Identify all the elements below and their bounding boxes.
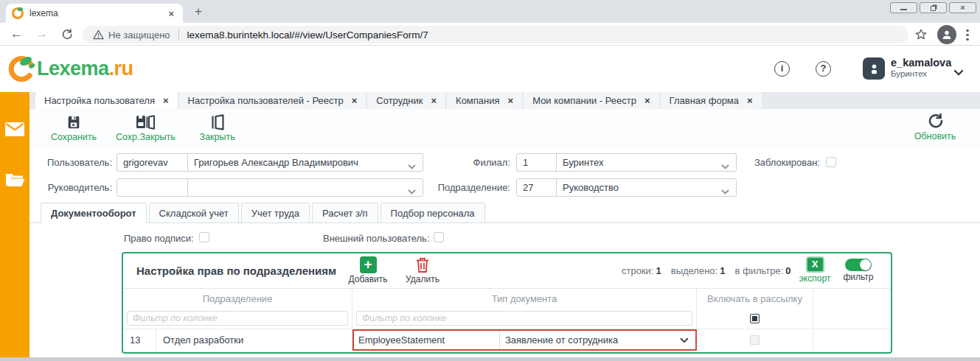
user-name-select[interactable]: Григорьев Александр Владимирович	[187, 153, 423, 172]
security-warning-label[interactable]: Не защищено	[108, 29, 170, 41]
section-tab-strip: Документооборот Складской учет Учет труд…	[29, 203, 980, 223]
blocked-checkbox[interactable]	[826, 157, 836, 167]
browser-menu-icon[interactable]	[966, 27, 969, 43]
tab-user-settings-registry[interactable]: Настройка пользователей - Реестр ×	[179, 92, 366, 109]
mail-icon[interactable]	[5, 122, 24, 139]
window-maximize-button[interactable]	[920, 2, 947, 13]
branch-name-select[interactable]: Буринтех	[556, 153, 737, 172]
user-info[interactable]: e_kamalova Буринтех	[891, 57, 951, 78]
save-button[interactable]: Сохранить	[48, 114, 100, 142]
tab-payroll[interactable]: Расчет з/п	[312, 203, 378, 222]
tab-label: Настройка пользователей - Реестр	[188, 95, 344, 106]
horizontal-scrollbar[interactable]	[0, 357, 980, 361]
table-row[interactable]: 13 Отдел разработки EmployeeStatement За…	[123, 329, 891, 351]
tab-warehouse[interactable]: Складской учет	[149, 203, 239, 222]
external-user-checkbox[interactable]	[434, 232, 444, 242]
sign-right-checkbox[interactable]	[199, 232, 209, 242]
omnibox-separator	[178, 29, 179, 40]
tab-labor[interactable]: Учет труда	[241, 203, 310, 222]
reload-icon[interactable]	[60, 28, 73, 45]
row-department-cell[interactable]: Отдел разработки	[156, 329, 352, 351]
person-icon	[868, 63, 880, 75]
browser-tab[interactable]: lexema ×	[6, 4, 183, 23]
refresh-button[interactable]: Обновить	[909, 112, 961, 141]
column-header-empty	[813, 289, 891, 308]
tab-company[interactable]: Компания ×	[447, 92, 522, 109]
grid-stats: строки:1 выделено:1 в фильтре:0	[622, 265, 791, 276]
url-field[interactable]: Не защищено lexema8.burintekh.local/#/vi…	[83, 26, 908, 43]
department-name-select[interactable]: Руководство	[556, 178, 737, 197]
back-icon[interactable]: ←	[10, 26, 23, 42]
branch-label: Филиал:	[431, 153, 510, 172]
browser-tab-bar: lexema × + ×	[0, 0, 980, 23]
department-code-input[interactable]	[516, 178, 557, 197]
close-button[interactable]: Закрыть	[192, 114, 243, 142]
user-avatar[interactable]	[863, 57, 885, 80]
export-excel-button[interactable]: X экспорт	[793, 256, 837, 284]
save-close-button[interactable]: Сохр.Закрыть	[116, 114, 176, 142]
chevron-down-icon[interactable]	[680, 334, 689, 346]
new-tab-button[interactable]: +	[189, 4, 208, 20]
tab-label: Настройка пользователя	[44, 95, 155, 106]
manager-name-select[interactable]	[187, 178, 423, 197]
info-icon[interactable]: i	[774, 61, 790, 77]
external-user-label: Внешний пользователь:	[323, 233, 430, 244]
chevron-down-icon	[408, 186, 416, 197]
tab-user-settings[interactable]: Настройка пользователя ×	[35, 92, 178, 109]
window-controls: ×	[890, 2, 976, 13]
row-number-cell[interactable]: 13	[123, 329, 156, 351]
tab-close-icon[interactable]: ×	[644, 95, 650, 106]
tab-recruiting[interactable]: Подбор персонала	[380, 203, 485, 222]
row-doc-type-cell-editing[interactable]: EmployeeStatement Заявление от сотрудник…	[352, 329, 697, 351]
row-empty-cell	[813, 329, 891, 351]
tab-employee[interactable]: Сотрудник ×	[367, 92, 445, 109]
column-header-doc-type[interactable]: Тип документа	[352, 289, 697, 308]
tab-label: Мои компании - Реестр	[532, 95, 636, 106]
tab-close-icon[interactable]: ×	[163, 95, 169, 106]
add-row-button[interactable]: + Добавить	[344, 256, 392, 284]
user-code-input[interactable]	[117, 153, 189, 172]
close-label: Закрыть	[200, 132, 235, 142]
left-sidebar	[0, 92, 29, 361]
tab-close-icon[interactable]: ×	[747, 95, 753, 106]
user-menu-chevron-down-icon[interactable]	[953, 66, 964, 79]
branch-code-input[interactable]	[516, 153, 557, 172]
bookmark-star-icon[interactable]	[914, 28, 928, 44]
browser-tab-title: lexema	[29, 8, 165, 18]
excel-icon: X	[806, 256, 824, 273]
column-header-mailing[interactable]: Включать в рассылку	[697, 289, 813, 308]
filter-mailing-checkbox[interactable]	[750, 314, 760, 323]
doc-type-name[interactable]: Заявление от сотрудника	[500, 334, 680, 346]
doc-type-code[interactable]: EmployeeStatement	[354, 331, 500, 349]
tab-close-icon[interactable]: ×	[431, 95, 437, 106]
url-text[interactable]: lexema8.burintekh.local/#/view/UserCompa…	[187, 29, 428, 41]
tab-my-companies-registry[interactable]: Мои компании - Реестр ×	[524, 92, 658, 109]
tab-document-flow[interactable]: Документооборот	[41, 203, 147, 222]
window-minimize-button[interactable]	[890, 2, 917, 13]
window-close-button[interactable]: ×	[949, 2, 976, 13]
rows-count: строки:1	[622, 265, 661, 276]
tab-main-form[interactable]: Главная форма ×	[661, 92, 762, 109]
tab-close-icon[interactable]: ×	[508, 95, 514, 106]
grid-column-headers: Подразделение Тип документа Включать в р…	[123, 288, 891, 308]
browser-profile-avatar[interactable]	[937, 25, 956, 44]
help-icon[interactable]: ?	[816, 61, 831, 77]
folder-icon[interactable]	[5, 172, 25, 190]
filter-toggle-button[interactable]: фильтр	[836, 256, 880, 282]
lexema-logo[interactable]: Lexema.ru	[7, 55, 133, 82]
toggle-on-icon[interactable]	[845, 259, 872, 271]
browser-tab-close-icon[interactable]: ×	[165, 8, 177, 19]
department-rights-grid: Настройка прав по подразделениям + Добав…	[122, 252, 892, 354]
manager-code-input[interactable]	[117, 178, 189, 197]
user-label: Пользователь:	[29, 153, 112, 172]
filter-input-doc-type[interactable]	[356, 311, 692, 326]
column-header-department[interactable]: Подразделение	[123, 289, 352, 308]
filter-input-department[interactable]	[127, 311, 348, 326]
app-tab-strip: Настройка пользователя × Настройка польз…	[29, 92, 980, 109]
app-header: Lexema.ru i ? e_kamalova Буринтех	[0, 46, 980, 92]
document-flow-panel: Право подписи: Внешний пользователь: Нас…	[29, 223, 980, 361]
chevron-down-icon	[408, 161, 416, 172]
tab-close-icon[interactable]: ×	[352, 95, 358, 106]
mailing-checkbox-disabled[interactable]	[750, 335, 760, 345]
delete-row-button[interactable]: Удалить	[399, 256, 446, 284]
